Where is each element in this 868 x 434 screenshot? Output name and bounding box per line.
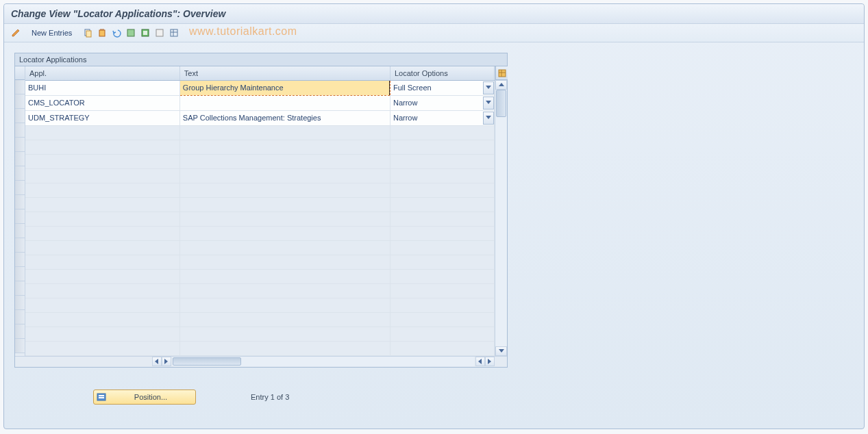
content-area: Locator Applications bbox=[4, 42, 864, 398]
scroll-down-icon[interactable] bbox=[495, 346, 507, 356]
watermark: www.tutorialkart.com bbox=[189, 25, 297, 38]
appl-input[interactable] bbox=[25, 96, 179, 110]
row-selector[interactable] bbox=[15, 166, 25, 181]
table-row bbox=[25, 154, 495, 168]
svg-rect-14 bbox=[99, 395, 104, 396]
scroll-right-icon[interactable] bbox=[485, 357, 495, 366]
table-row: Narrow bbox=[25, 110, 495, 125]
svg-rect-3 bbox=[127, 29, 134, 36]
row-selector[interactable] bbox=[15, 80, 25, 94]
dropdown-value: Narrow bbox=[390, 112, 483, 123]
appl-input[interactable] bbox=[25, 111, 179, 125]
table-row bbox=[25, 212, 495, 226]
entry-count-label: Entry 1 of 3 bbox=[251, 393, 289, 401]
dropdown-value: Full Screen bbox=[390, 82, 483, 93]
svg-rect-5 bbox=[143, 31, 147, 35]
row-selector[interactable] bbox=[15, 339, 25, 353]
row-selector-column bbox=[15, 66, 25, 356]
row-selector[interactable] bbox=[15, 195, 25, 209]
text-input[interactable] bbox=[180, 81, 390, 95]
title-bar: Change View "Locator Applications": Over… bbox=[4, 4, 864, 24]
row-selector[interactable] bbox=[15, 253, 25, 267]
svg-rect-1 bbox=[86, 31, 91, 37]
table-container: Locator Applications bbox=[14, 53, 508, 368]
table-row bbox=[25, 125, 495, 140]
svg-rect-15 bbox=[99, 397, 104, 398]
select-block-icon[interactable] bbox=[139, 27, 151, 39]
row-selector[interactable] bbox=[15, 138, 25, 152]
table-row bbox=[25, 269, 495, 283]
table-row bbox=[25, 140, 495, 154]
chevron-down-icon[interactable] bbox=[483, 81, 494, 94]
row-selector[interactable] bbox=[15, 152, 25, 166]
copy-icon[interactable] bbox=[82, 27, 94, 39]
deselect-all-icon[interactable] bbox=[153, 27, 166, 39]
row-selector[interactable] bbox=[15, 310, 25, 324]
bottom-bar: Position... Entry 1 of 3 bbox=[93, 390, 289, 405]
horizontal-scrollbar[interactable] bbox=[15, 356, 507, 367]
scroll-thumb[interactable] bbox=[496, 90, 506, 117]
locator-dropdown[interactable]: Narrow bbox=[390, 111, 494, 125]
svg-rect-10 bbox=[499, 70, 506, 77]
table-row bbox=[25, 283, 495, 298]
table-row bbox=[25, 197, 495, 212]
table-row bbox=[25, 226, 495, 240]
row-selector[interactable] bbox=[15, 267, 25, 281]
svg-rect-6 bbox=[156, 29, 163, 36]
column-header-appl[interactable]: Appl. bbox=[25, 66, 179, 80]
delete-icon[interactable] bbox=[96, 27, 108, 39]
toolbar: New Entries www.tutorialkart.com bbox=[4, 24, 864, 42]
table-row bbox=[25, 327, 495, 341]
chevron-down-icon[interactable] bbox=[483, 112, 494, 125]
scroll-track[interactable] bbox=[495, 90, 507, 346]
scroll-track[interactable] bbox=[173, 357, 474, 366]
scroll-right-icon[interactable] bbox=[162, 357, 171, 366]
table-row bbox=[25, 255, 495, 269]
new-entries-button[interactable]: New Entries bbox=[26, 27, 77, 39]
vertical-scrollbar[interactable] bbox=[495, 66, 507, 356]
row-selector[interactable] bbox=[15, 94, 25, 109]
row-selector[interactable] bbox=[15, 238, 25, 253]
table-row bbox=[25, 312, 495, 327]
scroll-up-icon[interactable] bbox=[495, 80, 507, 90]
chevron-down-icon[interactable] bbox=[483, 97, 494, 110]
table-row bbox=[25, 168, 495, 183]
row-selector[interactable] bbox=[15, 324, 25, 339]
table-row bbox=[25, 183, 495, 197]
row-selector[interactable] bbox=[15, 109, 25, 123]
table-row: Narrow bbox=[25, 95, 495, 110]
locator-dropdown[interactable]: Full Screen bbox=[390, 81, 494, 95]
position-button[interactable]: Position... bbox=[93, 390, 196, 405]
svg-rect-7 bbox=[171, 29, 177, 36]
row-selector[interactable] bbox=[15, 281, 25, 296]
scroll-thumb[interactable] bbox=[173, 357, 241, 366]
position-icon bbox=[95, 392, 108, 402]
table-row: Full Screen bbox=[25, 80, 495, 95]
dropdown-value: Narrow bbox=[390, 97, 483, 108]
row-selector[interactable] bbox=[15, 224, 25, 238]
row-selector[interactable] bbox=[15, 181, 25, 195]
appl-input[interactable] bbox=[25, 81, 179, 95]
undo-icon[interactable] bbox=[110, 27, 123, 39]
column-header-locator[interactable]: Locator Options bbox=[390, 66, 494, 80]
table-config-icon[interactable] bbox=[168, 27, 180, 39]
table-row bbox=[25, 298, 495, 312]
row-selector[interactable] bbox=[15, 123, 25, 138]
toggle-edit-icon[interactable] bbox=[10, 27, 22, 39]
scroll-left-icon[interactable] bbox=[152, 357, 162, 366]
scroll-left-icon[interactable] bbox=[475, 357, 485, 366]
select-all-icon[interactable] bbox=[125, 27, 137, 39]
table-row bbox=[25, 341, 495, 355]
selector-header[interactable] bbox=[15, 66, 25, 80]
data-table: Appl. Text Locator Options Full Screen bbox=[25, 66, 495, 356]
locator-dropdown[interactable]: Narrow bbox=[390, 96, 494, 110]
position-button-label: Position... bbox=[108, 393, 194, 401]
table-settings-icon[interactable] bbox=[495, 66, 508, 80]
column-header-text[interactable]: Text bbox=[179, 66, 390, 80]
row-selector[interactable] bbox=[15, 296, 25, 310]
text-input[interactable] bbox=[180, 111, 390, 125]
table-row bbox=[25, 240, 495, 255]
row-selector[interactable] bbox=[15, 209, 25, 224]
table-title: Locator Applications bbox=[15, 53, 507, 66]
text-input[interactable] bbox=[180, 96, 390, 110]
